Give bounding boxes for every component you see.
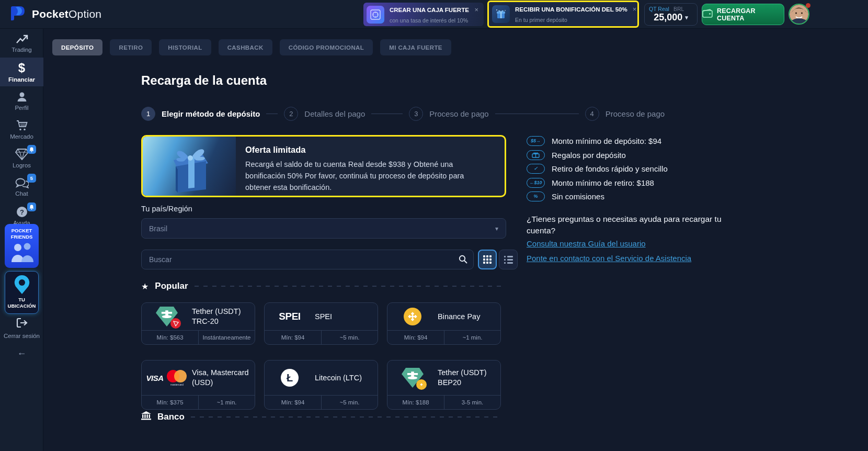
percent-icon: %	[527, 191, 545, 201]
check-icon: ✓	[527, 164, 545, 174]
method-name: Tether (USDT) BEP20	[438, 368, 500, 388]
chevron-down-icon: ▾	[495, 225, 498, 232]
country-select[interactable]: Brasil ▾	[141, 218, 506, 239]
promo-banner-bonus[interactable]: RECIBIR UNA BONIFICACIÓN DEL 50% En tu p…	[487, 1, 639, 28]
step-label: Detalles del pago	[304, 109, 365, 118]
benefit-text: Monto mínimo de depósito: $94	[552, 137, 661, 145]
list-view-toggle[interactable]	[499, 250, 518, 269]
your-location-card[interactable]: TU UBICACIÓN	[5, 271, 39, 314]
chat-count-badge: 5	[27, 174, 36, 183]
popular-section-title: Popular	[155, 281, 188, 291]
gift-icon	[527, 150, 545, 160]
sidebar-item-label: Perfil	[15, 105, 28, 111]
diamond-icon	[15, 149, 29, 160]
notification-dot	[806, 3, 810, 8]
tab-history[interactable]: HISTORIAL	[159, 39, 211, 55]
method-name: Visa, Mastercard (USD)	[192, 368, 255, 388]
method-card-binance-pay[interactable]: Binance Pay Mín: $94 ~1 min.	[387, 302, 501, 345]
user-guide-link[interactable]: Consulta nuestra Guía del usuario	[527, 239, 646, 248]
method-min: Mín: $563	[142, 331, 198, 344]
promo-safe-texts: CREAR UNA CAJA FUERTE con una tasa de in…	[390, 4, 469, 25]
search-input[interactable]	[141, 250, 474, 269]
brand-light: Option	[68, 8, 101, 20]
method-time: ~5 min.	[321, 396, 378, 409]
benefit-gifts: Regalos por depósito	[527, 150, 626, 160]
tron-badge-icon	[170, 318, 181, 329]
spei-logo: SPEI	[265, 311, 315, 322]
app-screen: PocketOption CREAR UNA CAJA FUERTE con u…	[0, 0, 868, 451]
help-question-text: ¿Tienes preguntas o necesitas ayuda para…	[527, 213, 742, 237]
pocket-friends-label: POCKET FRIENDS	[5, 228, 39, 240]
close-icon[interactable]: ×	[633, 5, 637, 13]
sidebar-item-market[interactable]: Mercado	[0, 115, 43, 144]
wallet-icon	[702, 9, 713, 20]
section-divider	[195, 286, 501, 287]
limited-offer-banner: Oferta limitada Recargá el saldo de tu c…	[141, 135, 506, 197]
sidebar-item-label: Mercado	[10, 133, 33, 140]
method-card-visa-mastercard[interactable]: VISA mastercard Visa, Mastercard (USD) M…	[141, 360, 255, 410]
logout-label: Cerrar sesión	[4, 333, 40, 339]
promo-bonus-texts: RECIBIR UNA BONIFICACIÓN DEL 50% En tu p…	[515, 4, 627, 25]
sidebar-item-trading[interactable]: Trading	[0, 29, 43, 58]
method-card-tether-trc20[interactable]: Tether (USDT) TRC-20 Mín: $563 Instántan…	[141, 302, 255, 345]
method-time: Instántaneamente	[198, 331, 255, 344]
step-label: Proceso de pago	[606, 109, 665, 118]
promo-banner-safe[interactable]: CREAR UNA CAJA FUERTE con una tasa de in…	[363, 3, 484, 26]
country-value: Brasil	[149, 224, 495, 233]
friends-illustration	[7, 240, 37, 264]
tab-deposit[interactable]: DEPÓSITO	[52, 39, 102, 55]
method-card-tether-bep20[interactable]: Tether (USDT) BEP20 Mín: $188 3-5 min.	[387, 360, 501, 410]
brand-logo[interactable]: PocketOption	[8, 5, 101, 24]
trading-chart-icon	[16, 34, 28, 44]
benefit-text: Monto mínimo de retiro: $188	[552, 178, 654, 187]
benefit-text: Sin comisiones	[552, 192, 604, 201]
tab-safe[interactable]: MI CAJA FUERTE	[380, 39, 451, 55]
sidebar-item-label: Trading	[12, 47, 32, 53]
bank-section-header: Banco	[141, 411, 501, 422]
country-label: Tu país/Región	[141, 205, 192, 213]
litecoin-icon: Ł	[265, 369, 315, 387]
support-contact-link[interactable]: Ponte en contacto con el Servicio de Asi…	[527, 254, 691, 263]
logout-button[interactable]: Cerrar sesión	[0, 318, 43, 339]
min-withdrawal-icon: ←$10	[527, 178, 545, 188]
finance-tabs: DEPÓSITO RETIRO HISTORIAL CASHBACK CÓDIG…	[52, 39, 451, 55]
location-pin-icon	[13, 275, 31, 295]
safe-icon	[367, 6, 384, 24]
bank-icon	[141, 411, 151, 422]
sidebar-item-achievements[interactable]: Logros	[0, 144, 43, 173]
step-connector	[266, 114, 278, 114]
method-card-litecoin[interactable]: Ł Litecoin (LTC) Mín: $94 ~5 min.	[264, 360, 378, 410]
method-name: Tether (USDT) TRC-20	[192, 307, 255, 326]
step-3: 3 Proceso de pago	[409, 107, 488, 121]
sidebar-item-finances[interactable]: $ Financiar	[0, 58, 43, 86]
tab-cashback[interactable]: CASHBACK	[219, 39, 272, 55]
balance-dropdown[interactable]: QT Real BRL 25,000 ▾	[644, 3, 698, 26]
method-min: Mín: $375	[142, 396, 198, 409]
benefit-min-withdrawal: ←$10 Monto mínimo de retiro: $188	[527, 177, 654, 188]
step-1: 1 Elegir método de depósito	[141, 107, 260, 121]
brand-bold: Pocket	[32, 8, 68, 20]
method-card-spei[interactable]: SPEI SPEI Mín: $94 ~5 min.	[264, 302, 378, 345]
tab-withdrawal[interactable]: RETIRO	[110, 39, 152, 55]
offer-body: Recargá el saldo de tu cuenta Real desde…	[245, 159, 470, 193]
method-min: Mín: $188	[387, 396, 444, 409]
tab-promo-code[interactable]: CÓDIGO PROMOCIONAL	[280, 39, 373, 55]
dollar-icon: $	[18, 62, 25, 74]
mastercard-icon	[167, 370, 188, 382]
close-icon[interactable]: ×	[474, 6, 478, 14]
visa-logo: VISA	[146, 374, 163, 382]
method-min: Mín: $94	[265, 331, 321, 344]
method-time: ~1 min.	[198, 396, 255, 409]
pocket-friends-card[interactable]: POCKET FRIENDS	[5, 224, 39, 268]
bell-badge-icon	[27, 202, 36, 211]
grid-view-toggle[interactable]	[478, 250, 497, 269]
method-name: Litecoin (LTC)	[315, 373, 366, 383]
collapse-sidebar-arrow[interactable]: ←	[0, 347, 43, 358]
sidebar-item-chat[interactable]: 5 Chat	[0, 173, 43, 201]
bell-badge-icon	[27, 145, 36, 154]
step-number: 1	[141, 107, 155, 121]
recharge-account-button[interactable]: RECARGAR CUENTA	[702, 4, 784, 25]
sidebar-item-profile[interactable]: Perfil	[0, 86, 43, 115]
promo-safe-title: CREAR UNA CAJA FUERTE	[390, 7, 469, 13]
balance-amount: 25,000	[654, 12, 682, 23]
